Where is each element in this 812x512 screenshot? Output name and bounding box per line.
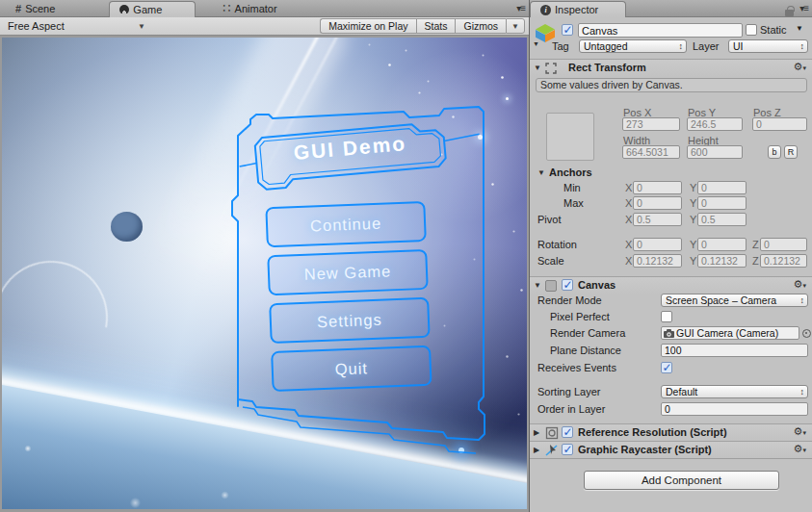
render-mode-dropdown[interactable]: Screen Space – Camera ↕ bbox=[661, 294, 808, 307]
aspect-dropdown[interactable]: Free Aspect ▼ bbox=[0, 17, 159, 35]
blueprint-mode-button[interactable]: b bbox=[768, 145, 781, 159]
tab-inspector[interactable]: i Inspector bbox=[530, 1, 626, 17]
order-in-layer-field[interactable]: 0 bbox=[661, 402, 808, 416]
raw-edit-mode-button[interactable]: R bbox=[784, 145, 798, 159]
foldout-icon[interactable]: ▼ bbox=[534, 64, 543, 72]
updown-icon: ↕ bbox=[679, 40, 684, 52]
height-field[interactable]: 600 bbox=[687, 145, 743, 159]
foldout-collapsed-icon[interactable]: ▶ bbox=[534, 446, 543, 454]
tab-scene-label: Scene bbox=[25, 3, 55, 14]
plane-distance-field[interactable]: 100 bbox=[661, 344, 808, 357]
game-view: GUI Demo Continue New Game Settings Quit bbox=[2, 38, 527, 509]
pos-z-field[interactable]: 0 bbox=[752, 117, 807, 131]
foldout-icon[interactable]: ▼ bbox=[534, 281, 543, 290]
camera-icon bbox=[664, 329, 674, 338]
updown-icon: ↕ bbox=[800, 386, 805, 397]
graphic-raycaster-checkbox[interactable] bbox=[562, 444, 573, 455]
gear-icon[interactable]: ⚙▾ bbox=[794, 425, 806, 438]
tab-inspector-label: Inspector bbox=[555, 4, 598, 15]
reference-resolution-checkbox[interactable] bbox=[562, 426, 573, 438]
anchor-min-y-field[interactable]: 0 bbox=[697, 181, 747, 194]
render-camera-object-field[interactable]: GUI Camera (Camera) bbox=[661, 326, 799, 340]
quit-button[interactable]: Quit bbox=[272, 346, 431, 391]
rotation-x-field[interactable]: 0 bbox=[633, 238, 682, 251]
anchors-foldout-icon[interactable]: ▼ bbox=[537, 168, 547, 177]
pivot-x-field[interactable]: 0.5 bbox=[633, 213, 682, 226]
stats-button[interactable]: Stats bbox=[416, 18, 456, 34]
chevron-down-icon: ▼ bbox=[138, 22, 145, 31]
tab-game-label: Game bbox=[133, 4, 162, 15]
layer-label: Layer bbox=[693, 40, 720, 52]
foldout-collapsed-icon[interactable]: ▶ bbox=[534, 428, 543, 437]
rotation-z-field[interactable]: 0 bbox=[760, 238, 807, 251]
tag-dropdown[interactable]: Untagged ↕ bbox=[579, 39, 687, 53]
graphic-raycaster-header[interactable]: ▶ Graphic Raycaster (Script) ⚙▾ bbox=[530, 441, 812, 458]
rect-transform-icon bbox=[544, 62, 558, 75]
info-icon: i bbox=[540, 5, 551, 15]
scale-x-field[interactable]: 0.12132 bbox=[633, 254, 682, 268]
panel-menu-icon[interactable]: ▾≡ bbox=[516, 3, 525, 13]
tab-animator-label: Animator bbox=[235, 3, 277, 14]
static-label: Static bbox=[760, 24, 787, 36]
new-game-button[interactable]: New Game bbox=[268, 250, 427, 294]
driven-warning: Some values driven by Canvas. bbox=[536, 78, 807, 92]
settings-button[interactable]: Settings bbox=[270, 298, 429, 343]
game-toolbar: Free Aspect ▼ Maximize on Play Stats Giz… bbox=[0, 17, 529, 36]
anchor-max-x-field[interactable]: 0 bbox=[633, 196, 682, 210]
gameobject-name-field[interactable] bbox=[578, 23, 743, 38]
object-picker-icon[interactable] bbox=[802, 329, 811, 338]
maximize-on-play-button[interactable]: Maximize on Play bbox=[320, 18, 415, 34]
pivot-y-field[interactable]: 0.5 bbox=[697, 213, 747, 226]
static-dropdown-arrow[interactable]: ▼ bbox=[796, 24, 803, 33]
receives-events-checkbox[interactable] bbox=[661, 362, 672, 373]
gameobject-enabled-checkbox[interactable] bbox=[562, 24, 573, 36]
continue-button[interactable]: Continue bbox=[266, 202, 425, 246]
gear-icon[interactable]: ⚙▾ bbox=[794, 61, 806, 73]
pos-x-field[interactable]: 273 bbox=[622, 117, 680, 131]
anchor-max-y-field[interactable]: 0 bbox=[697, 196, 747, 210]
tab-animator[interactable]: ∷ Animator bbox=[213, 0, 286, 16]
lock-icon[interactable] bbox=[785, 10, 794, 16]
reference-resolution-icon bbox=[545, 426, 559, 440]
left-tabstrip: # Scene Game ∷ Animator ▾≡ bbox=[0, 0, 529, 17]
aspect-label: Free Aspect bbox=[8, 20, 65, 32]
updown-icon: ↕ bbox=[800, 40, 805, 52]
inspector-tabstrip: i Inspector ▾≡ bbox=[530, 0, 812, 17]
scale-z-field[interactable]: 0.12132 bbox=[760, 254, 807, 268]
scene-icon: # bbox=[15, 3, 21, 14]
sorting-layer-dropdown[interactable]: Default ↕ bbox=[661, 385, 808, 398]
add-component-button[interactable]: Add Component bbox=[584, 471, 779, 490]
updown-icon: ↕ bbox=[800, 294, 805, 306]
gizmos-button[interactable]: Gizmos bbox=[455, 18, 506, 34]
layer-dropdown[interactable]: UI ↕ bbox=[728, 39, 808, 53]
animator-icon: ∷ bbox=[223, 4, 230, 13]
canvas-component-header[interactable]: ▼ Canvas ⚙▾ bbox=[530, 276, 812, 294]
gear-icon[interactable]: ⚙▾ bbox=[794, 278, 806, 291]
inspector-panel: i Inspector ▾≡ ▼ Static ▼ Tag Untagged ↕… bbox=[529, 0, 812, 512]
canvas-enabled-checkbox[interactable] bbox=[562, 279, 573, 291]
pixel-perfect-checkbox[interactable] bbox=[661, 311, 672, 322]
inspector-menu-icon[interactable]: ▾≡ bbox=[799, 3, 808, 13]
width-field[interactable]: 664.5031 bbox=[622, 145, 680, 159]
gizmos-dropdown-arrow[interactable]: ▼ bbox=[506, 18, 525, 34]
reference-resolution-header[interactable]: ▶ Reference Resolution (Script) ⚙▾ bbox=[530, 423, 812, 441]
scale-y-field[interactable]: 0.12132 bbox=[697, 254, 747, 268]
graphic-raycaster-icon bbox=[545, 444, 559, 457]
static-checkbox[interactable] bbox=[746, 24, 757, 36]
anchor-min-x-field[interactable]: 0 bbox=[633, 181, 682, 194]
tag-label: Tag bbox=[552, 40, 569, 52]
rect-transform-header[interactable]: ▼ Rect Transform ⚙▾ bbox=[530, 59, 812, 76]
canvas-icon bbox=[545, 280, 557, 292]
pos-y-field[interactable]: 246.5 bbox=[687, 117, 743, 131]
game-panel: # Scene Game ∷ Animator ▾≡ Free Aspect ▼… bbox=[0, 0, 529, 512]
rotation-y-field[interactable]: 0 bbox=[697, 238, 747, 251]
tab-scene[interactable]: # Scene bbox=[6, 0, 65, 16]
tab-game[interactable]: Game bbox=[109, 1, 196, 17]
gear-icon[interactable]: ⚙▾ bbox=[794, 443, 806, 455]
game-icon bbox=[119, 5, 129, 14]
game-viewport-frame: GUI Demo Continue New Game Settings Quit bbox=[0, 36, 529, 512]
